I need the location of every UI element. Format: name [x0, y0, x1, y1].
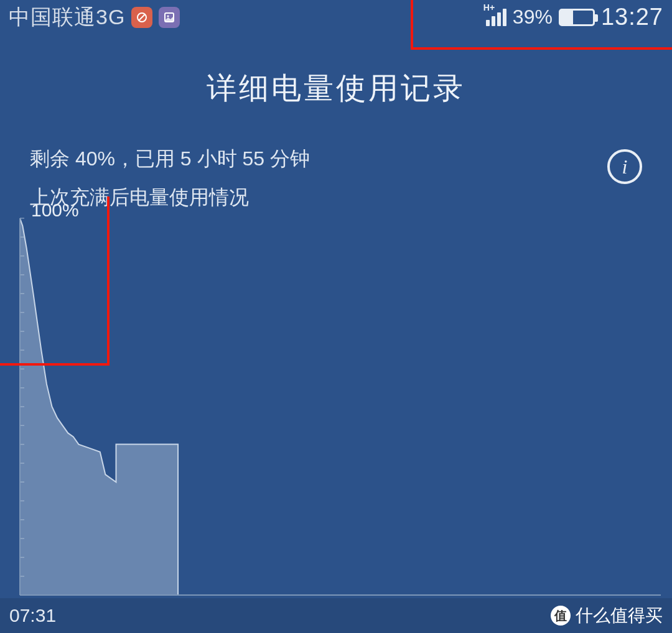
bottom-bar: 07:31 值 什么值得买 [0, 598, 672, 633]
status-bar: 中国联通3G H+ 39% 13:27 [0, 0, 672, 34]
chart-start-time: 07:31 [9, 605, 56, 626]
status-right: H+ 39% 13:27 [486, 4, 663, 30]
watermark-icon: 值 [551, 606, 571, 626]
info-icon: i [622, 155, 628, 178]
watermark-text: 什么值得买 [576, 604, 663, 627]
notification-icon-1 [131, 7, 152, 28]
network-type-label: H+ [483, 2, 495, 12]
page-title: 详细电量使用记录 [0, 68, 672, 108]
battery-fill [561, 11, 573, 24]
summary-label: 剩余 40%，已用 5 小时 55 分钟 [30, 146, 310, 173]
battery-percent-label: 39% [513, 6, 553, 29]
info-button[interactable]: i [607, 149, 642, 184]
watermark: 值 什么值得买 [551, 604, 663, 627]
battery-icon [559, 9, 595, 26]
carrier-label: 中国联通3G [9, 3, 125, 32]
svg-line-1 [139, 14, 145, 21]
notification-icon-2 [159, 7, 180, 28]
battery-chart[interactable]: 100% [11, 200, 661, 598]
status-left: 中国联通3G [9, 3, 180, 32]
summary-row: 剩余 40%，已用 5 小时 55 分钟 上次充满后电量使用情况 i [0, 108, 672, 211]
svg-point-3 [167, 15, 169, 17]
chart-svg [11, 200, 661, 598]
signal-icon: H+ [486, 9, 506, 26]
clock-label: 13:27 [601, 4, 663, 30]
